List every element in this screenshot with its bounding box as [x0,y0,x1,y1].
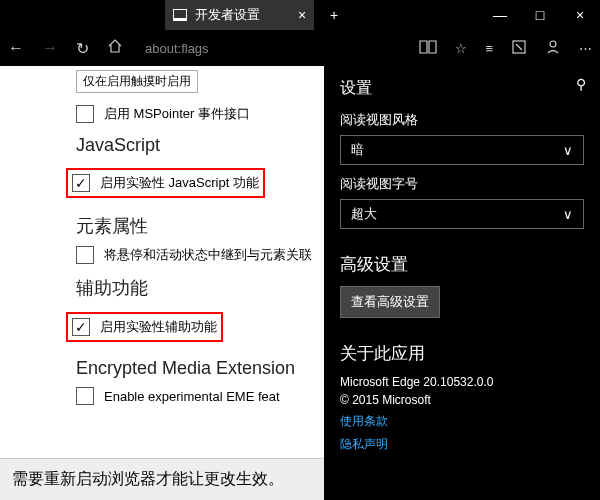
select-value: 暗 [351,141,364,159]
minimize-button[interactable]: — [480,0,520,30]
chevron-down-icon: ∨ [563,207,573,222]
note-icon[interactable] [511,39,527,58]
checkbox-label: 启用实验性辅助功能 [100,318,217,336]
home-button[interactable] [107,38,123,58]
highlight-box: ✓ 启用实验性 JavaScript 功能 [66,168,265,198]
version-text: Microsoft Edge 20.10532.0.0 [340,375,584,389]
share-icon[interactable] [545,39,561,58]
back-button[interactable]: ← [8,39,24,57]
section-heading: JavaScript [76,135,324,156]
checkbox-checked[interactable]: ✓ [72,174,90,192]
select-value: 超大 [351,205,377,223]
checkbox-unchecked[interactable] [76,246,94,264]
more-icon[interactable]: ⋯ [579,41,592,56]
privacy-link[interactable]: 隐私声明 [340,436,584,453]
checkbox-row[interactable]: 启用 MSPointer 事件接口 [76,105,324,123]
reading-size-select[interactable]: 超大 ∨ [340,199,584,229]
checkbox-row[interactable]: ✓ 启用实验性 JavaScript 功能 [72,174,259,192]
titlebar: 开发者设置 × + — □ × [0,0,600,30]
close-window-button[interactable]: × [560,0,600,30]
reading-icon[interactable] [419,40,437,57]
highlight-box: ✓ 启用实验性辅助功能 [66,312,223,342]
browser-tab[interactable]: 开发者设置 × [165,0,314,30]
copyright-text: © 2015 Microsoft [340,393,584,407]
hub-icon[interactable]: ≡ [485,41,493,56]
navbar: ← → ↻ about:flags ☆ ≡ ⋯ [0,30,600,66]
tab-title: 开发者设置 [195,6,260,24]
checkbox-unchecked[interactable] [76,105,94,123]
page-icon [173,9,187,21]
section-heading: 高级设置 [340,253,584,276]
section-heading: 元素属性 [76,214,324,238]
forward-button: → [42,39,58,57]
settings-panel: ⚲ 设置 阅读视图风格 暗 ∨ 阅读视图字号 超大 ∨ 高级设置 查看高级设置 … [324,66,600,500]
refresh-button[interactable]: ↻ [76,39,89,58]
checkbox-label: 将悬停和活动状态中继到与元素关联 [104,246,312,264]
dropdown-partial[interactable]: 仅在启用触摸时启用 [76,70,198,93]
panel-title: 设置 [340,78,584,99]
address-bar[interactable]: about:flags [145,41,209,56]
advanced-settings-button[interactable]: 查看高级设置 [340,286,440,318]
checkbox-label: Enable experimental EME feat [104,389,280,404]
checkbox-checked[interactable]: ✓ [72,318,90,336]
checkbox-unchecked[interactable] [76,387,94,405]
restart-banner: 需要重新启动浏览器才能让更改生效。 [0,458,324,500]
reading-style-select[interactable]: 暗 ∨ [340,135,584,165]
section-heading: 辅助功能 [76,276,324,300]
section-heading: Encrypted Media Extension [76,358,324,379]
checkbox-label: 启用实验性 JavaScript 功能 [100,174,259,192]
checkbox-row[interactable]: Enable experimental EME feat [76,387,324,405]
maximize-button[interactable]: □ [520,0,560,30]
checkbox-label: 启用 MSPointer 事件接口 [104,105,250,123]
section-heading: 关于此应用 [340,342,584,365]
checkbox-row[interactable]: ✓ 启用实验性辅助功能 [72,318,217,336]
new-tab-button[interactable]: + [314,0,354,30]
chevron-down-icon: ∨ [563,143,573,158]
terms-link[interactable]: 使用条款 [340,413,584,430]
field-label: 阅读视图字号 [340,175,584,193]
field-label: 阅读视图风格 [340,111,584,129]
svg-point-1 [550,41,556,47]
favorite-icon[interactable]: ☆ [455,41,467,56]
pin-icon[interactable]: ⚲ [576,76,586,92]
main-content: 仅在启用触摸时启用 启用 MSPointer 事件接口 JavaScript ✓… [0,66,324,500]
close-tab-icon[interactable]: × [298,7,306,23]
checkbox-row[interactable]: 将悬停和活动状态中继到与元素关联 [76,246,324,264]
